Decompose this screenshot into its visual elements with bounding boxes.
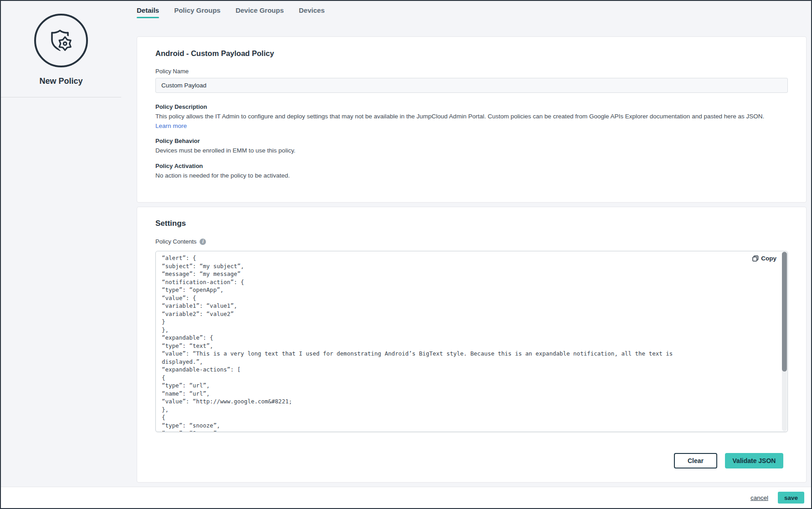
policy-activation-text: No action is needed for the policy to be… bbox=[155, 172, 788, 180]
cancel-link[interactable]: cancel bbox=[750, 494, 768, 501]
shield-gear-icon bbox=[45, 25, 77, 56]
policy-sidebar: New Policy bbox=[1, 1, 121, 508]
settings-heading: Settings bbox=[155, 219, 788, 228]
tab-policy-groups[interactable]: Policy Groups bbox=[174, 6, 221, 18]
copy-label: Copy bbox=[761, 255, 776, 262]
tab-device-groups[interactable]: Device Groups bbox=[236, 6, 284, 18]
tab-bar: Details Policy Groups Device Groups Devi… bbox=[137, 1, 807, 22]
policy-description-text: This policy allows the IT Admin to confi… bbox=[155, 112, 788, 121]
tab-devices[interactable]: Devices bbox=[299, 6, 325, 18]
page-title: New Policy bbox=[1, 76, 121, 86]
info-icon[interactable]: i bbox=[200, 239, 206, 245]
validate-json-button[interactable]: Validate JSON bbox=[725, 453, 783, 468]
policy-contents-code[interactable]: “alert”: { “subject”: “my subject”, “mes… bbox=[156, 251, 787, 432]
policy-heading: Android - Custom Payload Policy bbox=[155, 49, 788, 58]
policy-contents-editor[interactable]: “alert”: { “subject”: “my subject”, “mes… bbox=[155, 251, 788, 432]
policy-icon-circle bbox=[34, 14, 88, 67]
save-button[interactable]: save bbox=[778, 492, 804, 504]
policy-description-label: Policy Description bbox=[155, 103, 788, 111]
footer-bar: cancel save bbox=[1, 487, 811, 508]
settings-actions: Clear Validate JSON bbox=[155, 453, 788, 468]
code-scrollbar-track bbox=[782, 252, 787, 431]
page-root: New Policy Details Policy Groups Device … bbox=[1, 1, 811, 508]
policy-activation-label: Policy Activation bbox=[155, 162, 788, 170]
policy-contents-row: Policy Contents i bbox=[155, 238, 788, 245]
code-scrollbar-thumb[interactable] bbox=[782, 252, 787, 372]
details-card: Android - Custom Payload Policy Policy N… bbox=[137, 36, 807, 203]
sidebar-divider bbox=[1, 97, 121, 97]
tab-details[interactable]: Details bbox=[137, 6, 159, 18]
policy-name-label: Policy Name bbox=[155, 68, 788, 75]
policy-contents-label: Policy Contents bbox=[155, 238, 196, 245]
settings-card: Settings Policy Contents i “alert”: { “s… bbox=[137, 207, 807, 483]
main-content: Details Policy Groups Device Groups Devi… bbox=[137, 1, 807, 483]
policy-behavior-text: Devices must be enrolled in EMM to use t… bbox=[155, 147, 788, 155]
copy-button[interactable]: Copy bbox=[752, 255, 776, 262]
clear-button[interactable]: Clear bbox=[674, 453, 717, 468]
policy-behavior-label: Policy Behavior bbox=[155, 137, 788, 145]
learn-more-link[interactable]: Learn more bbox=[155, 122, 187, 129]
policy-name-input[interactable] bbox=[155, 78, 788, 93]
copy-icon bbox=[752, 255, 759, 262]
